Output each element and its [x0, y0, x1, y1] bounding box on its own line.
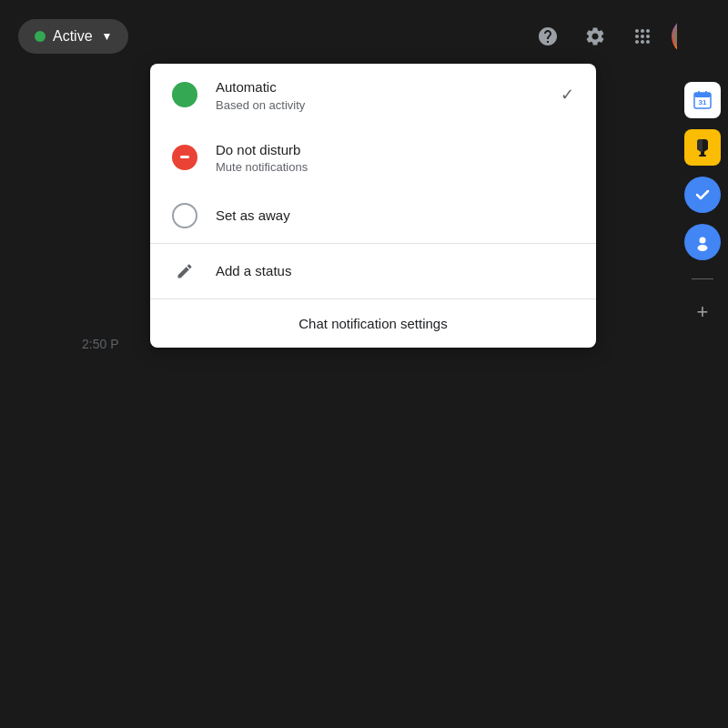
- away-text-group: Set as away: [216, 207, 574, 225]
- add-app-button[interactable]: +: [684, 294, 721, 330]
- dnd-text-group: Do not disturb Mute notifications: [216, 141, 574, 175]
- background-time: 2:50 P: [82, 337, 118, 351]
- help-button[interactable]: [530, 18, 566, 55]
- automatic-title: Automatic: [216, 78, 561, 96]
- svg-point-13: [700, 238, 706, 244]
- notification-settings-label: Chat notification settings: [298, 316, 447, 331]
- svg-rect-8: [705, 91, 707, 95]
- sidebar-app-keep[interactable]: [684, 129, 721, 166]
- sidebar-app-contacts[interactable]: [684, 224, 721, 260]
- menu-item-notification-settings[interactable]: Chat notification settings: [150, 299, 596, 348]
- active-status-label: Active: [53, 28, 93, 45]
- settings-button[interactable]: [577, 18, 613, 55]
- apps-button[interactable]: [624, 18, 661, 55]
- menu-item-add-status[interactable]: Add a status: [150, 244, 596, 298]
- svg-rect-7: [698, 91, 700, 95]
- svg-point-14: [698, 245, 708, 251]
- status-dropdown: Automatic Based on activity ✓ Do not dis…: [150, 64, 596, 348]
- sidebar-app-calendar[interactable]: 31: [684, 82, 721, 118]
- away-icon: [172, 203, 197, 228]
- svg-rect-5: [694, 93, 711, 97]
- do-not-disturb-icon: [172, 145, 197, 170]
- active-status-dot: [35, 31, 46, 42]
- automatic-text-group: Automatic Based on activity: [216, 78, 561, 112]
- svg-rect-10: [699, 155, 706, 157]
- automatic-subtitle: Based on activity: [216, 98, 561, 112]
- top-bar: Active ▼: [0, 0, 728, 73]
- add-status-label: Add a status: [216, 262, 291, 280]
- automatic-status-icon: [172, 82, 197, 107]
- menu-item-away[interactable]: Set as away: [150, 188, 596, 243]
- pencil-icon: [172, 258, 197, 284]
- sidebar-app-tasks[interactable]: [684, 177, 721, 213]
- automatic-checkmark: ✓: [561, 85, 574, 105]
- menu-item-automatic[interactable]: Automatic Based on activity ✓: [150, 64, 596, 126]
- away-title: Set as away: [216, 207, 574, 225]
- svg-text:31: 31: [699, 98, 707, 106]
- active-status-button[interactable]: Active ▼: [18, 19, 128, 54]
- right-sidebar: 31 +: [677, 0, 728, 728]
- dnd-subtitle: Mute notifications: [216, 160, 574, 174]
- sidebar-divider: [692, 278, 713, 279]
- chevron-down-icon: ▼: [102, 30, 113, 43]
- dnd-title: Do not disturb: [216, 141, 574, 159]
- menu-item-do-not-disturb[interactable]: Do not disturb Mute notifications: [150, 126, 596, 189]
